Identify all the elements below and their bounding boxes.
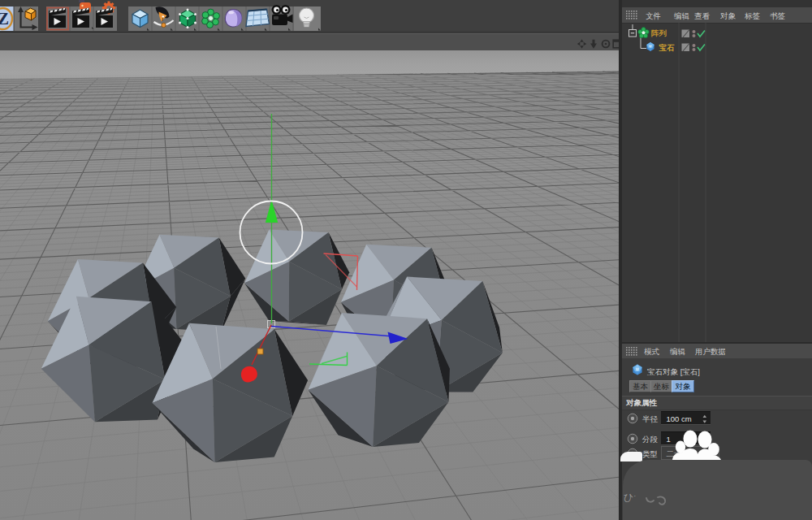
svg-text:Z: Z [0,9,9,28]
